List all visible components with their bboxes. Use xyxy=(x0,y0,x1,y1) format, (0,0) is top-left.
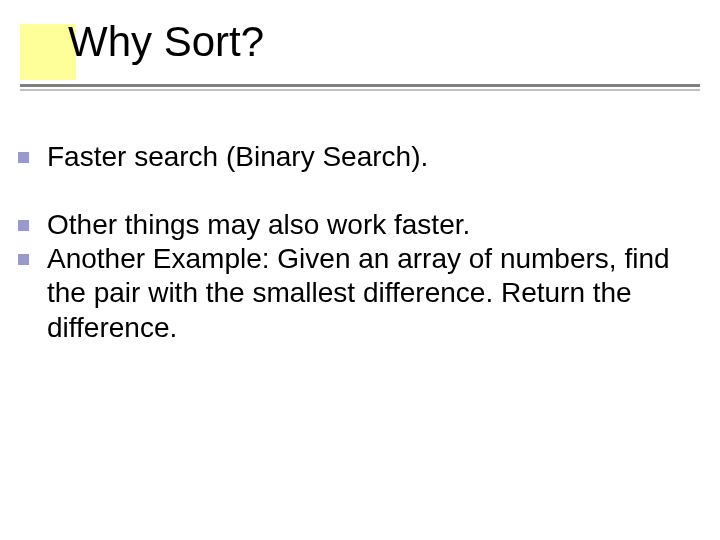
bullet-text: Faster search (Binary Search). xyxy=(47,140,684,174)
title-underline-light xyxy=(20,89,700,91)
bullet-text: Another Example: Given an array of numbe… xyxy=(47,242,684,344)
square-bullet-icon xyxy=(18,220,29,231)
list-item: Faster search (Binary Search). xyxy=(18,140,684,174)
bullet-text: Other things may also work faster. xyxy=(47,208,684,242)
list-item: Other things may also work faster. xyxy=(18,208,684,242)
square-bullet-icon xyxy=(18,152,29,163)
list-item: Another Example: Given an array of numbe… xyxy=(18,242,684,344)
title-area: Why Sort? xyxy=(20,24,680,104)
content-area: Faster search (Binary Search). Other thi… xyxy=(18,140,684,379)
slide-title: Why Sort? xyxy=(68,18,264,66)
square-bullet-icon xyxy=(18,254,29,265)
title-underline-dark xyxy=(20,84,700,87)
slide: Why Sort? Faster search (Binary Search).… xyxy=(0,0,720,540)
